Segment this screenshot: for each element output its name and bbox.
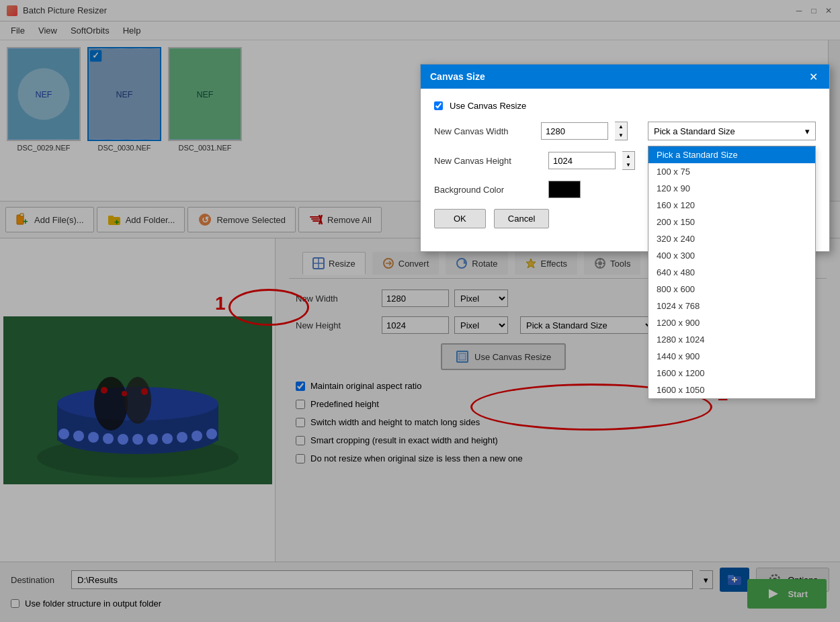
std-size-dropdown-button[interactable]: Pick a Standard Size ▾: [648, 122, 816, 140]
std-size-option-320x240[interactable]: 320 x 240: [648, 230, 815, 247]
std-size-option-1440x900[interactable]: 1440 x 900: [648, 348, 815, 365]
std-size-option-1600x1050[interactable]: 1600 x 1050: [648, 382, 815, 398]
modal-canvas-height-input[interactable]: [548, 152, 616, 169]
canvas-height-up-button[interactable]: ▲: [622, 152, 634, 161]
std-size-option-100x75[interactable]: 100 x 75: [648, 163, 815, 180]
modal-overlay: Canvas Size ✕ Use Canvas Resize New Canv…: [0, 0, 840, 622]
modal-cancel-button[interactable]: Cancel: [494, 209, 549, 228]
modal-close-button[interactable]: ✕: [806, 70, 820, 83]
std-size-dropdown-container: Pick a Standard Size ▾ Pick a Standard S…: [648, 122, 816, 140]
canvas-width-spinner: ▲ ▼: [615, 122, 628, 140]
background-color-swatch[interactable]: [548, 181, 581, 198]
std-size-option-1280x1024[interactable]: 1280 x 1024: [648, 331, 815, 348]
modal-ok-button[interactable]: OK: [434, 209, 486, 228]
canvas-height-down-button[interactable]: ▼: [622, 161, 634, 169]
modal-use-canvas-row: Use Canvas Resize: [434, 101, 816, 111]
modal-body: Use Canvas Resize New Canvas Width ▲ ▼ P…: [421, 89, 829, 251]
std-size-dropdown-panel: Pick a Standard Size 100 x 75 120 x 90 1…: [648, 146, 816, 399]
std-size-option-400x300[interactable]: 400 x 300: [648, 247, 815, 264]
modal-title-bar: Canvas Size ✕: [421, 64, 829, 89]
chevron-down-icon: ▾: [805, 126, 810, 136]
std-size-option-800x600[interactable]: 800 x 600: [648, 281, 815, 298]
std-size-option-200x150[interactable]: 200 x 150: [648, 214, 815, 230]
modal-bg-color-label: Background Color: [434, 185, 542, 195]
canvas-width-up-button[interactable]: ▲: [615, 122, 627, 131]
canvas-size-modal: Canvas Size ✕ Use Canvas Resize New Canv…: [420, 64, 830, 252]
canvas-width-down-button[interactable]: ▼: [615, 131, 627, 140]
std-size-option-120x90[interactable]: 120 x 90: [648, 180, 815, 197]
modal-canvas-width-label: New Canvas Width: [434, 126, 534, 136]
modal-canvas-width-row: New Canvas Width ▲ ▼ Pick a Standard Siz…: [434, 122, 816, 140]
modal-canvas-height-label: New Canvas Height: [434, 156, 542, 166]
std-size-option-160x120[interactable]: 160 x 120: [648, 197, 815, 214]
canvas-height-spinner: ▲ ▼: [622, 151, 635, 170]
modal-use-canvas-checkbox[interactable]: [434, 101, 443, 110]
modal-title: Canvas Size: [430, 71, 485, 82]
std-size-option-default[interactable]: Pick a Standard Size: [648, 146, 815, 163]
std-size-option-1600x1200[interactable]: 1600 x 1200: [648, 365, 815, 382]
std-size-option-1024x768[interactable]: 1024 x 768: [648, 298, 815, 314]
std-size-option-1200x900[interactable]: 1200 x 900: [648, 314, 815, 331]
modal-canvas-width-input[interactable]: [541, 122, 608, 140]
modal-use-canvas-label: Use Canvas Resize: [450, 101, 526, 111]
std-size-option-640x480[interactable]: 640 x 480: [648, 264, 815, 281]
